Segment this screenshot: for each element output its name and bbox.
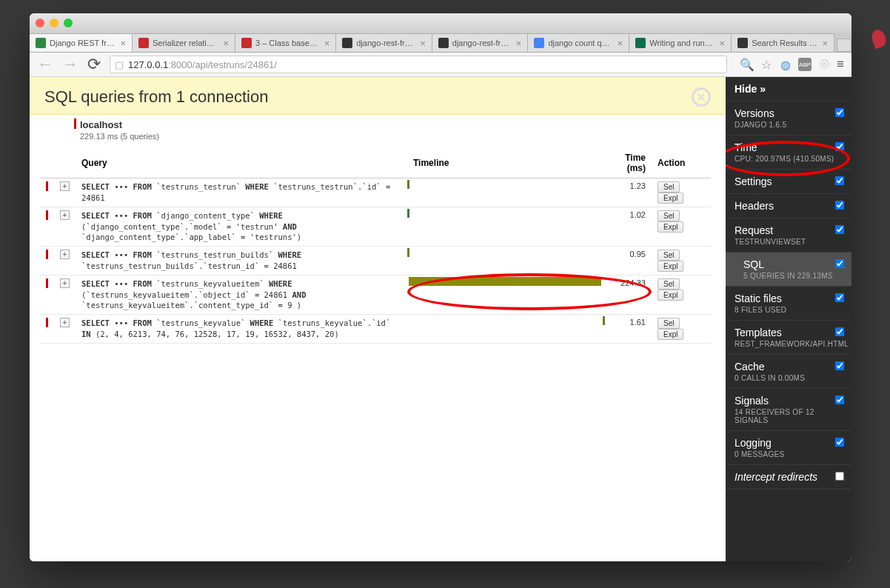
close-tab-icon[interactable]: × [223,38,229,49]
browser-tab[interactable]: django-rest-fram× [432,33,529,52]
close-tab-icon[interactable]: × [324,38,330,49]
browser-tab[interactable]: django-rest-fram× [335,33,432,52]
sidebar-item-title: Intercept redirects [735,471,843,483]
sidebar-item-checkbox[interactable] [835,259,844,268]
query-time: 1.61 [607,315,652,344]
sidebar-item-sql[interactable]: SQL5 queries in 229.13ms [726,253,851,287]
sidebar-item-title: Static files [735,293,843,304]
sidebar-item-title: Cache [735,361,843,372]
connection-summary: 229.13 ms (5 queries) [80,132,711,141]
browser-tab[interactable]: Django REST fram× [30,33,133,52]
expl-button[interactable]: Expl [658,261,683,272]
sidebar-item-checkbox[interactable] [835,108,844,117]
tab-label: Django REST fram [50,39,116,47]
close-tab-icon[interactable]: × [120,38,126,49]
favicon-icon [342,38,352,48]
timeline-bar [409,277,601,286]
search-icon[interactable]: 🔍 [740,58,754,71]
sidebar-item-title: Settings [735,176,843,187]
close-panel-button[interactable]: ✕ [692,87,711,107]
sidebar-item-signals[interactable]: Signals14 receivers of 12 signals [726,389,851,431]
sidebar-item-checkbox[interactable] [835,201,844,210]
browser-tab[interactable]: 3 – Class based v× [235,33,336,52]
tab-label: Writing and runnin [649,39,715,47]
sidebar-item-settings[interactable]: Settings [726,170,851,194]
sel-button[interactable]: Sel [658,181,680,193]
sidebar-item-logging[interactable]: Logging0 messages [726,431,851,465]
expl-button[interactable]: Expl [658,290,683,301]
timeline-cell [407,178,607,207]
close-tab-icon[interactable]: × [516,38,522,49]
browser-tab[interactable]: django count quer× [527,33,629,52]
expl-button[interactable]: Expl [658,221,683,233]
sidebar-item-static-files[interactable]: Static files8 files used [726,287,851,321]
menu-icon[interactable]: ≡ [837,57,844,72]
close-tab-icon[interactable]: × [823,38,829,49]
sidebar-item-subtitle: rest_framework/api.html [735,340,843,348]
query-sql: SELECT ••• FROM `testruns_keyvalue` WHER… [76,315,407,344]
new-tab-button[interactable] [837,39,851,52]
sidebar-item-time[interactable]: TimeCPU: 200.97ms (410.50ms) [726,136,851,170]
globe-icon[interactable]: ◍ [779,58,792,71]
browser-tab[interactable]: Search Results · G× [731,33,834,52]
sidebar-item-request[interactable]: RequestTestrunViewSet [726,218,851,253]
sidebar-item-versions[interactable]: VersionsDjango 1.6.5 [726,101,851,136]
expand-query-button[interactable]: + [60,318,70,327]
sidebar-item-checkbox[interactable] [835,327,844,336]
extension-icon[interactable]: ⦾ [817,58,831,71]
expl-button[interactable]: Expl [658,329,683,340]
query-marker [46,181,48,191]
sidebar-item-checkbox[interactable] [835,176,844,185]
favicon-icon [635,38,646,48]
sidebar-item-headers[interactable]: Headers [726,194,851,218]
col-timeline: Timeline [407,148,607,178]
query-time: 1.23 [607,178,652,207]
table-row: + SELECT ••• FROM `testruns_keyvalueitem… [40,275,711,315]
back-button[interactable]: ← [37,55,53,74]
sidebar-item-checkbox[interactable] [835,438,844,447]
reload-button[interactable]: ⟳ [87,55,101,74]
sidebar-item-checkbox[interactable] [835,395,844,404]
browser-tab[interactable]: Writing and runnin× [629,33,732,52]
sidebar-item-cache[interactable]: Cache0 calls in 0.00ms [726,355,851,389]
sidebar-item-intercept-redirects[interactable]: Intercept redirects [726,465,851,490]
sel-button[interactable]: Sel [658,318,680,329]
sidebar-item-checkbox[interactable] [835,293,844,302]
sql-header: SQL queries from 1 connection ✕ [30,77,726,115]
close-window-button[interactable] [36,19,44,27]
sidebar-item-checkbox[interactable] [835,472,844,481]
sidebar-item-title: Logging [735,437,843,449]
sel-button[interactable]: Sel [658,278,680,290]
expand-query-button[interactable]: + [60,181,70,191]
timeline-bar [407,209,409,218]
tab-label: django count quer [548,39,612,47]
zoom-window-button[interactable] [64,19,73,27]
hide-toolbar-button[interactable]: Hide » [726,77,851,101]
table-row: + SELECT ••• FROM `testruns_testrun` WHE… [40,178,711,207]
expl-button[interactable]: Expl [658,193,683,204]
sidebar-item-checkbox[interactable] [835,361,844,370]
adblock-icon[interactable]: ABP [798,58,812,71]
browser-window: Django REST fram×Serializer relations×3 … [30,13,851,561]
close-tab-icon[interactable]: × [420,38,426,49]
action-cell: SelExpl [652,207,711,247]
minimize-window-button[interactable] [50,19,58,27]
sidebar-item-checkbox[interactable] [835,225,844,234]
close-tab-icon[interactable]: × [618,38,623,49]
sidebar-item-templates[interactable]: Templatesrest_framework/api.html [726,321,851,355]
tab-label: django-rest-fram [452,39,512,47]
forward-button[interactable]: → [62,55,78,74]
sel-button[interactable]: Sel [658,210,680,221]
expand-query-button[interactable]: + [60,278,70,288]
browser-tab[interactable]: Serializer relations× [132,33,235,52]
query-time: 224.33 [607,275,652,315]
star-icon[interactable]: ☆ [760,58,773,71]
url-bar[interactable]: ▢ 127.0.0.1:8000/api/testruns/24861/ [110,56,727,73]
sidebar-item-checkbox[interactable] [835,142,844,151]
sel-button[interactable]: Sel [658,250,680,261]
sidebar-item-subtitle: 8 files used [735,306,843,314]
expand-query-button[interactable]: + [60,250,70,259]
expand-query-button[interactable]: + [60,210,70,220]
query-marker [46,278,48,288]
close-tab-icon[interactable]: × [720,38,726,49]
